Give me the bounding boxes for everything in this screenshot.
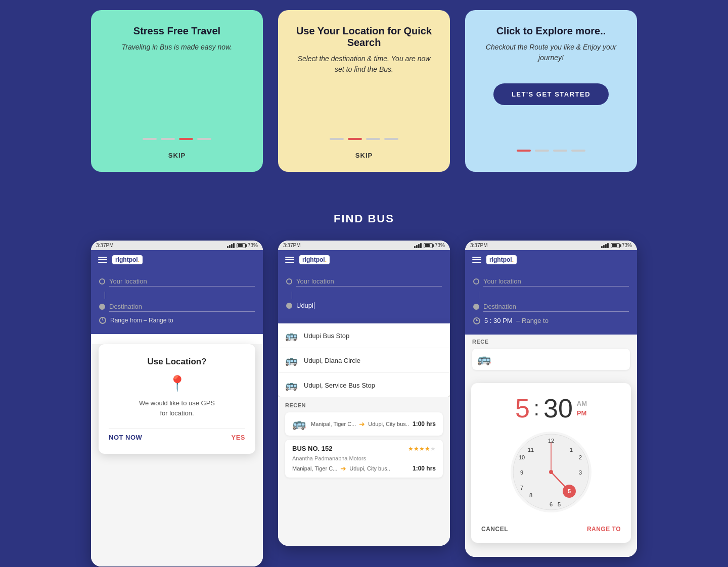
signal-bar-2: [229, 245, 231, 248]
card2-dots: [330, 138, 398, 140]
phone3-status-bar: 3:37PM 73%: [465, 241, 637, 250]
battery-icon: [424, 243, 433, 248]
hamburger-icon[interactable]: [285, 257, 294, 263]
card1-skip-button[interactable]: SKIP: [168, 152, 186, 159]
phone3-body: RECE 🚌 5 : 30 AM PM: [465, 335, 637, 557]
app-logo-text: rightpoi.: [489, 256, 514, 263]
pm-option[interactable]: PM: [577, 409, 587, 417]
your-location-input[interactable]: [483, 276, 629, 287]
am-option[interactable]: AM: [577, 400, 587, 407]
dot-4: [384, 138, 398, 140]
hamburger-line-1: [472, 257, 481, 258]
hamburger-line-1: [285, 257, 294, 258]
route2-details: Manipal, Tiger C... ➜ Udupi, City bus.. …: [292, 464, 436, 472]
your-location-input[interactable]: [296, 276, 442, 287]
card2-subtitle: Select the destination & time. You are n…: [293, 54, 435, 75]
signal-bars: [414, 243, 422, 248]
yes-button[interactable]: YES: [231, 434, 245, 441]
location-circle-icon: [286, 278, 292, 285]
clock-time-display: 5 : 30 AM PM: [481, 393, 621, 423]
dot-2: [161, 138, 175, 140]
autocomplete-text-3: Udupi, Service Bus Stop: [304, 382, 375, 389]
destination-circle-icon: [286, 303, 292, 309]
svg-point-15: [549, 470, 553, 474]
signal-bar-4: [233, 243, 235, 248]
card2-skip-button[interactable]: SKIP: [355, 152, 373, 159]
phone2-status-bar: 3:37PM 73%: [278, 241, 450, 250]
hamburger-icon[interactable]: [98, 257, 107, 263]
not-now-button[interactable]: NOT NOW: [109, 434, 142, 441]
recent-section: RECEN 🚌 Manipal, Tiger C... ➜ Udupi, Cit…: [278, 397, 450, 487]
connector-line: [292, 292, 292, 299]
route-card-2[interactable]: BUS NO. 152 ★★★★★ Anantha Padmanabha Mot…: [285, 440, 443, 478]
autocomplete-item-3[interactable]: 🚌 Udupi, Service Bus Stop: [278, 373, 450, 397]
location-circle-icon: [99, 278, 105, 285]
phone1-status-bar: 3:37PM 73%: [91, 241, 263, 250]
route2-bus-num: BUS NO. 152: [292, 445, 332, 452]
autocomplete-item-2[interactable]: 🚌 Udupi, Diana Circle: [278, 348, 450, 373]
route2-stars: ★★★★★: [408, 445, 436, 452]
svg-text:2: 2: [579, 454, 582, 460]
battery-icon: [237, 243, 246, 248]
destination-input[interactable]: [109, 302, 255, 312]
connector-line: [105, 292, 105, 299]
app-logo-text: rightpoi.: [302, 256, 327, 263]
dot-1: [517, 150, 531, 152]
phone2-app-header: rightpoi.: [278, 250, 450, 269]
svg-text:3: 3: [579, 469, 582, 476]
onboarding-section: Stress Free Travel Traveling in Bus is m…: [0, 0, 728, 202]
destination-search-row: [99, 302, 255, 312]
hamburger-line-2: [285, 259, 294, 260]
svg-text:11: 11: [528, 447, 534, 453]
clock-cancel-button[interactable]: CANCEL: [481, 526, 508, 533]
time-row: Range from – Range to: [99, 317, 255, 324]
lets-get-started-button[interactable]: LET'S GET STARTED: [493, 83, 609, 105]
dot-1: [143, 138, 157, 140]
route2-header: BUS NO. 152 ★★★★★: [292, 445, 436, 452]
location-circle-icon: [473, 278, 479, 285]
find-bus-section: FIND BUS 3:37PM 73%: [0, 202, 728, 567]
dot-4: [571, 150, 585, 152]
signal-bar-4: [607, 243, 609, 248]
signal-bar-1: [414, 246, 416, 248]
route-card-phone3[interactable]: 🚌: [472, 349, 630, 370]
signal-bar-3: [418, 244, 420, 248]
clock-minute[interactable]: 30: [543, 393, 573, 423]
onboarding-card-3: Click to Explore more.. Checkout the Rou…: [465, 10, 637, 172]
card3-title: Click to Explore more..: [496, 25, 606, 37]
autocomplete-text-2: Udupi, Diana Circle: [304, 357, 360, 364]
phone2-status-right: 73%: [414, 243, 445, 248]
phone3-app-header: rightpoi.: [465, 250, 637, 269]
destination-circle-icon: [473, 304, 479, 310]
hamburger-line-2: [98, 259, 107, 260]
autocomplete-item-1[interactable]: 🚌 Udupi Bus Stop: [278, 323, 450, 348]
hamburger-line-1: [98, 257, 107, 258]
destination-search-row: Udupi: [286, 302, 442, 309]
clock-confirm-button[interactable]: RANGE TO: [587, 526, 621, 533]
destination-circle-icon: [99, 304, 105, 310]
card3-subtitle: Checkout the Route you like & Enjoy your…: [480, 42, 622, 63]
phones-container: 3:37PM 73%: [40, 241, 688, 566]
svg-text:8: 8: [529, 492, 532, 498]
dialog-buttons: NOT NOW YES: [109, 428, 245, 441]
text-cursor: [314, 302, 314, 309]
autocomplete-dropdown: 🚌 Udupi Bus Stop 🚌 Udupi, Diana Circle 🚌…: [278, 323, 450, 397]
signal-bar-1: [601, 246, 603, 248]
hamburger-line-3: [285, 262, 294, 263]
clock-hour[interactable]: 5: [515, 393, 530, 423]
your-location-input[interactable]: [109, 276, 255, 287]
hamburger-icon[interactable]: [472, 257, 481, 263]
arrow-connector: [99, 292, 255, 299]
battery-fill: [425, 244, 430, 247]
destination-input[interactable]: [483, 302, 629, 312]
card2-title: Use Your Location for Quick Search: [293, 25, 435, 49]
route-card-1[interactable]: 🚌 Manipal, Tiger C... ➜ Udupi, City bus.…: [285, 412, 443, 436]
signal-bars: [227, 243, 235, 248]
location-search-row: [473, 276, 629, 287]
analog-clock[interactable]: 12 3 6 9 1 2 4 5 11 10 8 7: [511, 432, 592, 512]
battery-fill: [238, 244, 243, 247]
phone1-search-area: Range from – Range to: [91, 269, 263, 334]
phone-3: 3:37PM 73%: [465, 241, 637, 557]
phone2-time: 3:37PM: [283, 243, 300, 248]
phone3-time: 3:37PM: [470, 243, 487, 248]
